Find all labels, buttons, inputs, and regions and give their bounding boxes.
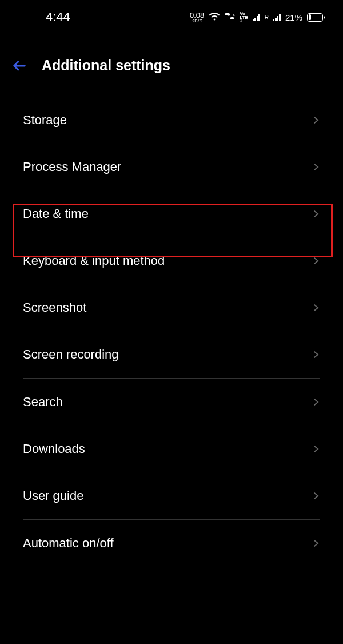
- battery-icon: [307, 13, 323, 22]
- wifi-call-icon: a: [225, 13, 235, 21]
- setting-item-downloads[interactable]: Downloads: [0, 426, 343, 472]
- chevron-right-icon: [312, 210, 320, 218]
- setting-label: User guide: [23, 488, 83, 503]
- chevron-right-icon: [312, 445, 320, 453]
- chevron-right-icon: [312, 492, 320, 500]
- settings-list: Storage Process Manager Date & time Keyb…: [0, 85, 343, 578]
- chevron-right-icon: [312, 351, 320, 359]
- volte-label: Vo LTE □: [240, 11, 248, 23]
- chevron-right-icon: [312, 539, 320, 547]
- setting-item-user-guide[interactable]: User guide: [0, 472, 343, 519]
- setting-label: Screenshot: [23, 300, 86, 315]
- setting-item-date-time[interactable]: Date & time: [0, 190, 343, 237]
- status-time: 4:44: [46, 10, 70, 25]
- page-title: Additional settings: [42, 57, 170, 74]
- setting-label: Automatic on/off: [23, 536, 114, 551]
- chevron-right-icon: [312, 163, 320, 171]
- setting-label: Date & time: [23, 206, 89, 221]
- network-speed: 0.08 KB/S: [190, 11, 204, 23]
- setting-label: Downloads: [23, 442, 85, 456]
- battery-percent: 21%: [285, 13, 302, 22]
- setting-item-keyboard[interactable]: Keyboard & input method: [0, 237, 343, 284]
- header: Additional settings: [0, 34, 343, 85]
- wifi-icon: [209, 13, 220, 22]
- setting-item-automatic-onoff[interactable]: Automatic on/off: [0, 520, 343, 567]
- chevron-right-icon: [312, 116, 320, 124]
- back-button[interactable]: [11, 58, 27, 74]
- chevron-right-icon: [312, 398, 320, 406]
- chevron-right-icon: [312, 304, 320, 312]
- setting-item-process-manager[interactable]: Process Manager: [0, 144, 343, 190]
- setting-label: Screen recording: [23, 347, 119, 362]
- setting-label: Process Manager: [23, 160, 121, 174]
- setting-item-screen-recording[interactable]: Screen recording: [0, 331, 343, 378]
- status-right: 0.08 KB/S a Vo LTE □ R 21%: [190, 11, 323, 23]
- status-bar: 4:44 0.08 KB/S a Vo LTE □ R: [0, 0, 343, 34]
- svg-text:a: a: [233, 13, 235, 17]
- chevron-right-icon: [312, 257, 320, 265]
- signal-bars-2: [273, 13, 281, 21]
- signal-bars-1: [253, 13, 260, 21]
- roaming-label: R: [265, 14, 269, 21]
- setting-label: Keyboard & input method: [23, 253, 165, 268]
- setting-label: Storage: [23, 113, 67, 128]
- setting-label: Search: [23, 395, 63, 410]
- setting-item-search[interactable]: Search: [0, 379, 343, 426]
- setting-item-storage[interactable]: Storage: [0, 97, 343, 144]
- setting-item-screenshot[interactable]: Screenshot: [0, 284, 343, 331]
